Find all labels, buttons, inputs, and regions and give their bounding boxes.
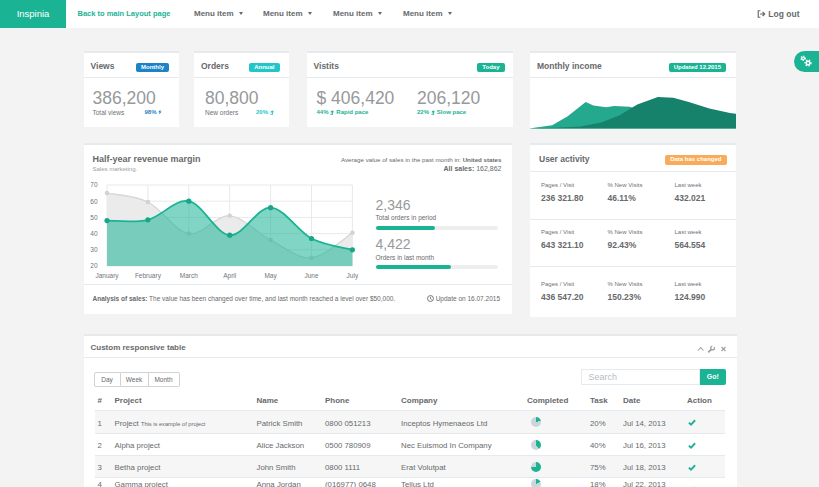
svg-text:70: 70 bbox=[90, 181, 98, 188]
svg-text:60: 60 bbox=[90, 198, 98, 205]
svg-text:January: January bbox=[95, 272, 119, 280]
svg-text:20: 20 bbox=[90, 262, 98, 269]
svg-text:June: June bbox=[304, 272, 318, 279]
svg-text:40: 40 bbox=[90, 230, 98, 237]
svg-text:30: 30 bbox=[90, 246, 98, 253]
svg-text:50: 50 bbox=[90, 214, 98, 221]
svg-text:March: March bbox=[179, 272, 197, 279]
svg-text:July: July bbox=[346, 272, 358, 280]
svg-text:April: April bbox=[223, 272, 237, 280]
svg-text:February: February bbox=[134, 272, 161, 280]
svg-text:May: May bbox=[264, 272, 277, 280]
